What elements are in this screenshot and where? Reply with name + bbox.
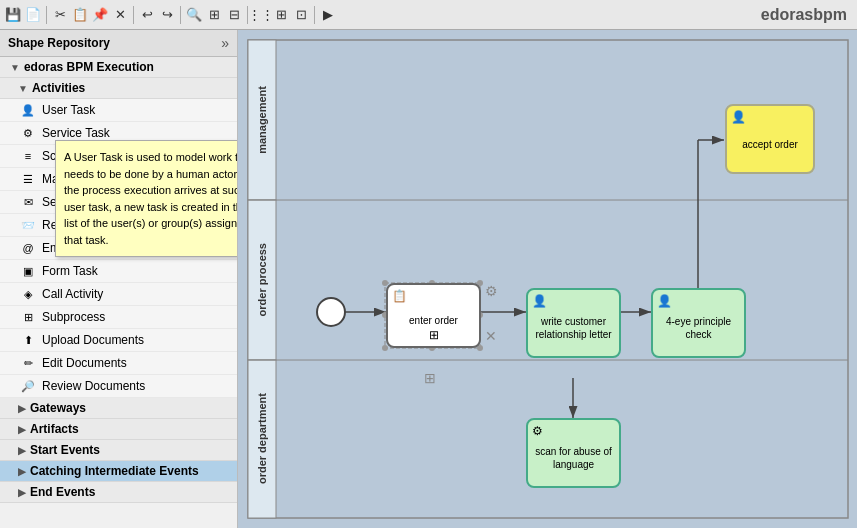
zoom-in-btn[interactable]: 🔍 (185, 6, 203, 24)
activities-arrow: ▼ (18, 83, 28, 94)
accept-order-icon: 👤 (731, 110, 746, 124)
email-task-icon: @ (20, 240, 36, 256)
svg-point-19 (382, 345, 388, 351)
grid-btn[interactable]: ⊟ (225, 6, 243, 24)
upload-docs-icon: ⬆ (20, 332, 36, 348)
run-btn[interactable]: ▶ (319, 6, 337, 24)
redo-btn[interactable]: ↪ (158, 6, 176, 24)
cut-btn[interactable]: ✂ (51, 6, 69, 24)
edoras-arrow: ▼ (10, 62, 20, 73)
sep1 (46, 6, 47, 24)
catching-intermediate-header[interactable]: ▶ Catching Intermediate Events (0, 461, 237, 482)
receive-task-icon: 📨 (20, 217, 36, 233)
main-layout: Shape Repository » ▼ edoras BPM Executio… (0, 30, 857, 528)
fit-btn[interactable]: ⊞ (205, 6, 223, 24)
sidebar-collapse-btn[interactable]: » (221, 35, 229, 51)
task-write-customer[interactable]: 👤 write customer relationship letter (526, 288, 621, 358)
sidebar-item-edit-docs[interactable]: ✏ Edit Documents (0, 352, 237, 375)
enter-order-label: enter order (409, 314, 458, 327)
open-btn[interactable]: 📄 (24, 6, 42, 24)
align-btn[interactable]: ⋮⋮ (252, 6, 270, 24)
task-accept-order[interactable]: 👤 accept order (725, 104, 815, 174)
start-events-header[interactable]: ▶ Start Events (0, 440, 237, 461)
send-task-icon: ✉ (20, 194, 36, 210)
tree-section-edoras: ▼ edoras BPM Execution ▼ Activities 👤 Us… (0, 57, 237, 503)
edit-docs-label: Edit Documents (42, 356, 127, 370)
end-events-header[interactable]: ▶ End Events (0, 482, 237, 503)
review-docs-label: Review Documents (42, 379, 145, 393)
user-task-label: User Task (42, 103, 95, 117)
enter-order-settings-icon[interactable]: ⚙ (485, 283, 498, 299)
write-customer-label: write customer relationship letter (532, 315, 615, 341)
catching-intermediate-label: Catching Intermediate Events (30, 464, 199, 478)
call-activity-icon: ◈ (20, 286, 36, 302)
task-enter-order[interactable]: 📋 enter order ⊞ (386, 283, 481, 348)
sidebar-item-upload-docs[interactable]: ⬆ Upload Documents (0, 329, 237, 352)
start-events-label: Start Events (30, 443, 100, 457)
activities-label: Activities (32, 81, 85, 95)
activities-header[interactable]: ▼ Activities (0, 78, 237, 99)
edit-docs-icon: ✏ (20, 355, 36, 371)
enter-order-delete-icon[interactable]: ✕ (485, 328, 497, 344)
task-scan-abuse[interactable]: ⚙ scan for abuse of language (526, 418, 621, 488)
canvas-area[interactable]: management order process order departmen… (238, 30, 857, 528)
end-events-arrow: ▶ (18, 487, 26, 498)
catching-arrow: ▶ (18, 466, 26, 477)
toolbar: 💾 📄 ✂ 📋 📌 ✕ ↩ ↪ 🔍 ⊞ ⊟ ⋮⋮ ⊞ ⊡ ▶ edorasbpm (0, 0, 857, 30)
tooltip-text: A User Task is used to model work that n… (64, 151, 238, 246)
lane-order-dept: order department (248, 360, 276, 518)
gateways-arrow: ▶ (18, 403, 26, 414)
call-activity-label: Call Activity (42, 287, 103, 301)
edoras-bpm-header[interactable]: ▼ edoras BPM Execution (0, 57, 237, 78)
sep3 (180, 6, 181, 24)
brand-text-edoras: edoras (761, 6, 813, 23)
gateways-header[interactable]: ▶ Gateways (0, 398, 237, 419)
accept-order-label: accept order (742, 138, 798, 151)
sidebar-header: Shape Repository » (0, 30, 237, 57)
sidebar-item-review-docs[interactable]: 🔎 Review Documents (0, 375, 237, 398)
service-task-label: Service Task (42, 126, 110, 140)
sidebar: Shape Repository » ▼ edoras BPM Executio… (0, 30, 238, 528)
four-eye-icon: 👤 (657, 294, 672, 308)
enter-order-expand-icon[interactable]: ⊞ (424, 370, 436, 386)
end-events-label: End Events (30, 485, 95, 499)
sidebar-content: ▼ edoras BPM Execution ▼ Activities 👤 Us… (0, 57, 237, 528)
lane-order-dept-label: order department (256, 393, 268, 484)
brand-area: edorasbpm (761, 6, 853, 24)
enter-order-icon: 📋 (392, 289, 407, 303)
artifacts-label: Artifacts (30, 422, 79, 436)
delete-btn[interactable]: ✕ (111, 6, 129, 24)
sidebar-item-subprocess[interactable]: ⊞ Subprocess (0, 306, 237, 329)
new-btn[interactable]: 💾 (4, 6, 22, 24)
script-task-icon: ≡ (20, 148, 36, 164)
gateways-label: Gateways (30, 401, 86, 415)
lane-order-process-label: order process (256, 243, 268, 316)
sidebar-item-form-task[interactable]: ▣ Form Task (0, 260, 237, 283)
artifacts-arrow: ▶ (18, 424, 26, 435)
sidebar-item-call-activity[interactable]: ◈ Call Activity (0, 283, 237, 306)
sidebar-item-user-task[interactable]: 👤 User Task (0, 99, 237, 122)
paste-btn[interactable]: 📌 (91, 6, 109, 24)
service-task-icon: ⚙ (20, 125, 36, 141)
lane-management: management (248, 40, 276, 200)
form-task-label: Form Task (42, 264, 98, 278)
subprocess-label: Subprocess (42, 310, 105, 324)
task-four-eye[interactable]: 👤 4-eye principle check (651, 288, 746, 358)
sep2 (133, 6, 134, 24)
artifacts-header[interactable]: ▶ Artifacts (0, 419, 237, 440)
undo-btn[interactable]: ↩ (138, 6, 156, 24)
start-events-arrow: ▶ (18, 445, 26, 456)
write-customer-icon: 👤 (532, 294, 547, 308)
sidebar-title: Shape Repository (8, 36, 110, 50)
distribute-btn[interactable]: ⊞ (272, 6, 290, 24)
edoras-bpm-label: edoras BPM Execution (24, 60, 154, 74)
copy-btn[interactable]: 📋 (71, 6, 89, 24)
lane-order-process: order process (248, 200, 276, 360)
tooltip: A User Task is used to model work that n… (55, 140, 238, 257)
start-event[interactable] (316, 297, 346, 327)
upload-docs-label: Upload Documents (42, 333, 144, 347)
subprocess-icon: ⊞ (20, 309, 36, 325)
export-btn[interactable]: ⊡ (292, 6, 310, 24)
manual-task-icon: ☰ (20, 171, 36, 187)
scan-abuse-icon: ⚙ (532, 424, 543, 438)
